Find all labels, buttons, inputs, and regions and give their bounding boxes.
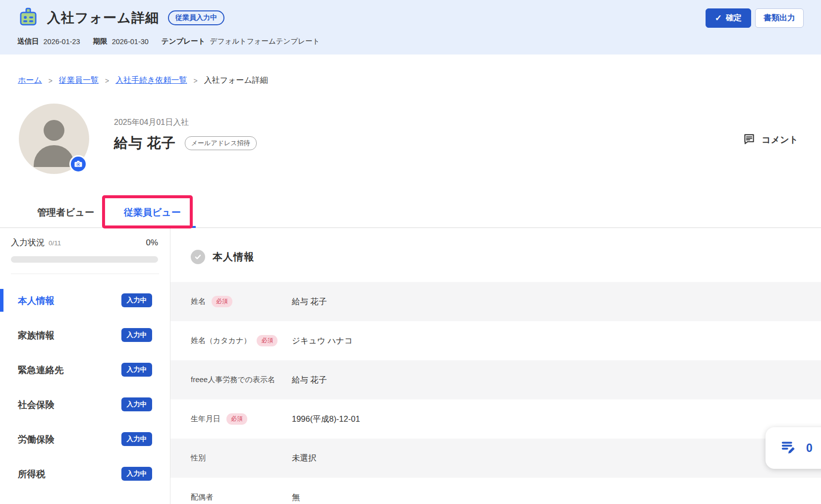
breadcrumb-home-link[interactable]: ホーム — [18, 75, 42, 86]
required-badge: 必須 — [212, 296, 232, 307]
camera-icon[interactable] — [69, 155, 87, 173]
comment-icon — [743, 132, 756, 147]
section-check-icon — [191, 250, 205, 264]
required-badge: 必須 — [226, 413, 247, 425]
status-badge: 入力中 — [121, 293, 153, 307]
edit-list-icon — [780, 439, 796, 457]
memo-widget-button[interactable]: 0 — [766, 427, 821, 469]
sent-date-label: 送信日 — [17, 37, 39, 46]
field-value: 給与 花子 — [292, 296, 327, 307]
status-badge: 入力中 — [121, 467, 153, 481]
breadcrumb-separator: > — [49, 77, 53, 85]
field-label: freee人事労務での表示名 — [191, 375, 275, 385]
field-row-spouse: 配偶者 必須 無 — [170, 478, 821, 504]
template-value: デフォルトフォームテンプレート — [210, 37, 320, 46]
field-row-gender: 性別 必須 未選択 — [170, 439, 821, 478]
deadline-value: 2026-01-30 — [112, 38, 149, 46]
comment-button-label: コメント — [762, 134, 798, 146]
field-value: 未選択 — [292, 453, 317, 464]
section-detail: 本人情報 姓名 必須 給与 花子 姓名（カタカナ） 必須 ジキュウ ハナコ — [170, 228, 821, 504]
progress-label: 入力状況 — [11, 237, 45, 248]
page: 入社フォーム詳細 従業員入力中 ✓ 確定 書類出力 送信日 2026-01-23… — [0, 0, 821, 504]
sidebar-item-honnin-joho[interactable]: 本人情報 入力中 — [0, 283, 170, 318]
template-label: テンプレート — [162, 37, 206, 46]
sidebar-item-kazoku-joho[interactable]: 家族情報 入力中 — [0, 318, 170, 352]
status-badge: 入力中 — [121, 397, 153, 411]
status-badge: 入力中 — [121, 328, 153, 342]
email-invite-badge: メールアドレス招待 — [185, 136, 257, 150]
field-label: 姓名 — [191, 297, 206, 306]
field-row-name: 姓名 必須 給与 花子 — [170, 282, 821, 321]
field-label: 生年月日 — [191, 414, 220, 424]
tab-employee-view[interactable]: 従業員ビュー — [109, 206, 196, 228]
field-value: ジキュウ ハナコ — [292, 336, 353, 346]
page-title: 入社フォーム詳細 — [47, 9, 159, 27]
page-header: 入社フォーム詳細 従業員入力中 ✓ 確定 書類出力 送信日 2026-01-23… — [0, 0, 821, 55]
field-label: 性別 — [191, 453, 206, 463]
check-icon: ✓ — [715, 13, 722, 23]
sidebar-item-kinkyu-renrakusaki[interactable]: 緊急連絡先 入力中 — [0, 352, 170, 387]
document-export-label: 書類出力 — [764, 13, 795, 23]
comment-button[interactable]: コメント — [743, 132, 798, 147]
progress-percent: 0% — [146, 238, 158, 248]
field-value: 無 — [292, 492, 300, 503]
status-badge: 入力中 — [121, 363, 153, 377]
field-label: 姓名（カタカナ） — [191, 336, 251, 345]
tab-admin-view[interactable]: 管理者ビュー — [22, 206, 109, 228]
breadcrumb-separator: > — [194, 77, 198, 85]
field-row-birthdate: 生年月日 必須 1996(平成8)-12-01 — [170, 399, 821, 439]
status-badge: 従業員入力中 — [168, 10, 224, 25]
progress-count: 0/11 — [49, 239, 61, 247]
field-value: 給与 花子 — [292, 375, 327, 386]
breadcrumb-onboarding-requests-link[interactable]: 入社手続き依頼一覧 — [115, 75, 187, 86]
document-export-button[interactable]: 書類出力 — [755, 8, 804, 28]
breadcrumb-separator: > — [105, 77, 109, 85]
section-title: 本人情報 — [213, 250, 254, 264]
sidebar-item-shakai-hoken[interactable]: 社会保険 入力中 — [0, 387, 170, 422]
hire-date: 2025年04月01日入社 — [114, 117, 257, 128]
view-tabs: 管理者ビュー 従業員ビュー — [0, 191, 821, 228]
field-value: 1996(平成8)-12-01 — [292, 414, 360, 425]
memo-count: 0 — [806, 442, 813, 455]
status-badge: 入力中 — [121, 432, 153, 446]
form-sections-sidebar: 入力状況 0/11 0% 本人情報 入力中 家族情報 入力中 緊急連絡先 — [0, 228, 170, 504]
breadcrumb-current: 入社フォーム詳細 — [204, 75, 268, 86]
sidebar-item-shotokuzei[interactable]: 所得税 入力中 — [0, 456, 170, 491]
employee-profile: 2025年04月01日入社 給与 花子 メールアドレス招待 コメント — [0, 104, 821, 174]
sent-date-value: 2026-01-23 — [44, 38, 80, 46]
deadline-label: 期限 — [93, 37, 108, 46]
sidebar-item-rodo-hoken[interactable]: 労働保険 入力中 — [0, 422, 170, 456]
field-label: 配偶者 — [191, 493, 213, 502]
confirm-button-label: 確定 — [726, 13, 742, 23]
employee-name: 給与 花子 — [114, 134, 176, 153]
confirm-button[interactable]: ✓ 確定 — [706, 8, 751, 28]
progress-bar — [11, 256, 158, 263]
id-badge-icon — [17, 7, 39, 29]
breadcrumb: ホーム > 従業員一覧 > 入社手続き依頼一覧 > 入社フォーム詳細 — [0, 55, 821, 86]
breadcrumb-employees-link[interactable]: 従業員一覧 — [59, 75, 99, 86]
form-meta: 送信日 2026-01-23 期限 2026-01-30 テンプレート デフォル… — [17, 37, 804, 46]
field-row-display-name: freee人事労務での表示名 必須 給与 花子 — [170, 360, 821, 399]
required-badge: 必須 — [257, 335, 277, 346]
field-row-name-katakana: 姓名（カタカナ） 必須 ジキュウ ハナコ — [170, 321, 821, 360]
